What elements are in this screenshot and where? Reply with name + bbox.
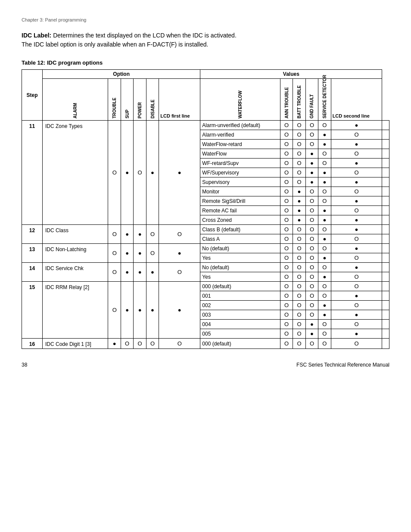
value-gnd: ●	[318, 301, 331, 310]
table-title: Table 12: IDC program options	[22, 59, 389, 66]
empty-cell	[382, 187, 389, 196]
value-ann: ●	[293, 206, 305, 215]
empty-cell	[382, 253, 389, 263]
empty-cell	[382, 244, 389, 253]
option-trouble: ●	[121, 225, 133, 244]
name-cell: IDC Class	[43, 225, 108, 244]
value-gnd: ●	[318, 140, 331, 149]
value-svc: O	[331, 253, 382, 263]
value-ann: ●	[293, 187, 305, 196]
empty-cell	[382, 301, 389, 310]
value-svc: O	[331, 301, 382, 310]
value-gnd: ●	[318, 130, 331, 140]
value-gnd: O	[318, 159, 331, 168]
value-gnd: O	[318, 187, 331, 196]
value-gnd: O	[318, 339, 331, 349]
value-gnd: ●	[318, 253, 331, 263]
value-wf: O	[280, 159, 293, 168]
step-cell: 16	[22, 339, 43, 349]
value-batt: ●	[305, 329, 318, 339]
value-wf: O	[280, 215, 293, 225]
value-svc: ●	[331, 225, 382, 234]
value-svc: ●	[331, 310, 382, 320]
intro-text: Determines the text displayed on the LCD…	[22, 32, 237, 48]
value-ann: O	[293, 329, 305, 339]
empty-cell	[382, 215, 389, 225]
page-footer: 38 FSC Series Technical Reference Manual	[22, 362, 389, 368]
value-batt: O	[305, 130, 318, 140]
value-svc: ●	[331, 177, 382, 187]
value-wf: O	[280, 130, 293, 140]
option-sup: ●	[134, 225, 146, 244]
value-svc: ●	[331, 196, 382, 206]
lcd-second-label: 004	[200, 320, 280, 329]
lcd-second-label: 005	[200, 329, 280, 339]
value-svc: ●	[331, 215, 382, 225]
option-trouble: ●	[121, 121, 133, 225]
empty-cell	[382, 329, 389, 339]
name-cell: IDC Code Digit 1 [3]	[43, 339, 108, 349]
option-power: ●	[146, 263, 159, 282]
value-gnd: O	[318, 244, 331, 253]
lcd-second-label: Class A	[200, 234, 280, 244]
option-alarm: O	[108, 263, 121, 282]
value-wf: O	[280, 272, 293, 282]
option-sup: ●	[134, 244, 146, 263]
lcd-second-label: 000 (default)	[200, 339, 280, 349]
value-wf: O	[280, 253, 293, 263]
value-svc: O	[331, 168, 382, 177]
table-row: 14IDC Service ChkO●●●ONo (default)OOOO●	[22, 263, 389, 272]
value-batt: O	[305, 140, 318, 149]
option-trouble: ●	[121, 244, 133, 263]
value-batt: O	[305, 272, 318, 282]
value-batt: O	[305, 301, 318, 310]
option-alarm: O	[108, 121, 121, 225]
sub-header-row: ALARM TROUBLE SUP POWER DISABLE LCD firs…	[22, 79, 389, 121]
value-gnd: O	[318, 329, 331, 339]
value-ann: O	[293, 140, 305, 149]
value-wf: O	[280, 225, 293, 234]
name-cell: IDC RRM Relay [2]	[43, 282, 108, 339]
value-svc: O	[331, 282, 382, 291]
value-wf: O	[280, 149, 293, 159]
empty-cell	[382, 121, 389, 130]
empty-cell	[382, 225, 389, 234]
option-sup: O	[134, 339, 146, 349]
empty-cell	[382, 272, 389, 282]
value-svc: O	[331, 206, 382, 215]
value-wf: O	[280, 320, 293, 329]
empty-cell	[382, 339, 389, 349]
value-gnd: ●	[318, 206, 331, 215]
empty-cell	[382, 130, 389, 140]
lcd-second-label: Class B (default)	[200, 225, 280, 234]
value-svc: ●	[331, 244, 382, 253]
lcd-second-label: Alarm-verified	[200, 130, 280, 140]
value-ann: O	[293, 130, 305, 140]
value-gnd: ●	[318, 272, 331, 282]
option-alarm: O	[108, 282, 121, 339]
value-batt: ●	[305, 320, 318, 329]
intro-bold: IDC Label:	[22, 32, 51, 39]
value-svc: O	[331, 149, 382, 159]
subheader-lcd-first: LCD first line	[159, 79, 200, 121]
value-ann: O	[293, 282, 305, 291]
value-gnd: O	[318, 121, 331, 130]
table-row: 16IDC Code Digit 1 [3]●OOOO000 (default)…	[22, 339, 389, 349]
value-wf: O	[280, 187, 293, 196]
manual-title: FSC Series Technical Reference Manual	[296, 362, 389, 368]
col-header-step: Step	[22, 70, 43, 121]
value-batt: O	[305, 206, 318, 215]
value-batt: O	[305, 339, 318, 349]
option-sup: O	[134, 121, 146, 225]
option-sup: ●	[134, 263, 146, 282]
page-number: 38	[22, 362, 27, 368]
value-gnd: O	[318, 291, 331, 301]
step-cell: 15	[22, 282, 43, 339]
option-disable: ●	[159, 121, 200, 225]
value-svc: ●	[331, 159, 382, 168]
lcd-second-label: Remote SigSil/Drill	[200, 196, 280, 206]
value-batt: O	[305, 225, 318, 234]
value-gnd: O	[318, 225, 331, 234]
value-wf: O	[280, 140, 293, 149]
option-alarm: O	[108, 244, 121, 263]
